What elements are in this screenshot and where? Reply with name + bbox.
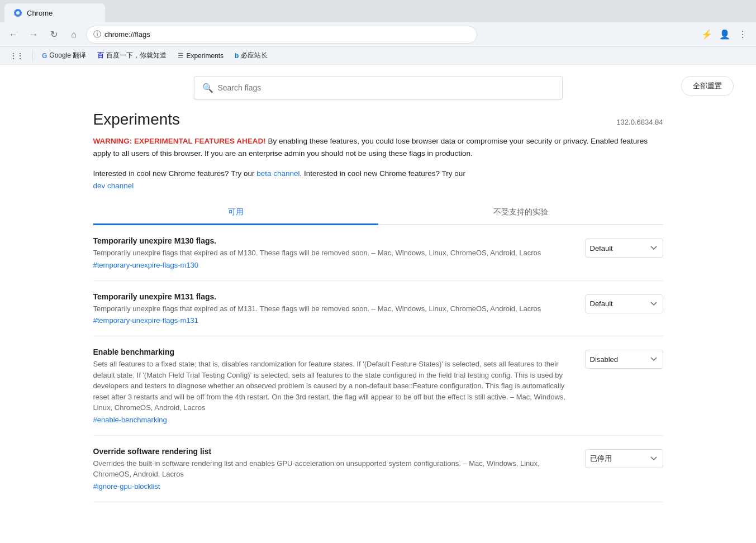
flag-control-gpu-blocklist: 默认 已启用 已停用	[585, 449, 663, 468]
google-translate-icon: G	[42, 52, 47, 60]
tab-available[interactable]: 可用	[93, 201, 378, 224]
channel-info: Interested in cool new Chrome features? …	[93, 168, 663, 192]
flag-item-gpu-blocklist: Override software rendering list Overrid…	[93, 436, 663, 502]
warning-text: WARNING: EXPERIMENTAL FEATURES AHEAD! By…	[93, 135, 663, 159]
flag-item-m131: Temporarily unexpire M131 flags. Tempora…	[93, 281, 663, 337]
flag-title-benchmarking: Enable benchmarking	[93, 347, 574, 356]
reset-all-button[interactable]: 全部重置	[681, 76, 734, 96]
flag-link-m130[interactable]: #temporary-unexpire-flags-m130	[93, 261, 199, 269]
flag-content-benchmarking: Enable benchmarking Sets all features to…	[93, 347, 574, 424]
search-box: 🔍	[194, 76, 563, 99]
warning-box: WARNING: EXPERIMENTAL FEATURES AHEAD! By…	[93, 135, 663, 192]
search-container: 🔍	[194, 76, 563, 99]
flag-title-m131: Temporarily unexpire M131 flags.	[93, 292, 574, 301]
beta-channel-link[interactable]: beta channel	[256, 169, 299, 178]
flag-select-benchmarking[interactable]: Default Enabled Disabled	[585, 350, 663, 369]
chrome-tab-icon	[13, 8, 22, 17]
warning-prefix: WARNING: EXPERIMENTAL FEATURES AHEAD!	[93, 137, 266, 145]
tabs-row: 可用 不受支持的实验	[93, 201, 663, 225]
flag-link-m131[interactable]: #temporary-unexpire-flags-m131	[93, 316, 199, 325]
active-tab[interactable]: Chrome	[4, 3, 105, 22]
flag-link-gpu-blocklist[interactable]: #ignore-gpu-blocklist	[93, 482, 160, 490]
flag-title-m130: Temporarily unexpire M130 flags.	[93, 236, 574, 245]
bookmark-baidu[interactable]: 百 百度一下，你就知道	[93, 49, 171, 62]
browser-toolbar: ← → ↻ ⌂ ⓘ chrome://flags ⚡ 👤 ⋮	[0, 22, 756, 47]
flags-header: 🔍 全部重置	[0, 65, 756, 105]
channel-text-2: . Interested in cool new Chrome features…	[299, 169, 465, 178]
page-title: Experiments	[93, 111, 180, 128]
version-number: 132.0.6834.84	[616, 118, 663, 126]
search-icon: 🔍	[202, 83, 213, 93]
bookmarks-divider	[32, 50, 33, 61]
bookmarks-bar: ⋮⋮ G Google 翻译 百 百度一下，你就知道 ☰ Experiments…	[0, 47, 756, 65]
forward-button[interactable]: →	[26, 27, 41, 42]
dev-channel-link[interactable]: dev channel	[93, 182, 134, 190]
flag-select-m130[interactable]: Default Enabled Disabled	[585, 239, 663, 258]
address-bar[interactable]: ⓘ chrome://flags	[86, 26, 477, 44]
back-button[interactable]: ←	[6, 27, 21, 42]
browser-chrome: Chrome ← → ↻ ⌂ ⓘ chrome://flags ⚡ 👤 ⋮ ⋮⋮…	[0, 0, 756, 65]
bookmark-experiments[interactable]: ☰ Experiments	[173, 50, 228, 61]
experiments-bm-icon: ☰	[178, 52, 184, 60]
address-text: chrome://flags	[104, 30, 150, 39]
menu-button[interactable]: ⋮	[735, 27, 750, 42]
flag-content-m131: Temporarily unexpire M131 flags. Tempora…	[93, 292, 574, 325]
flag-description-m131: Temporarily unexpire flags that expired …	[93, 303, 574, 315]
flag-select-gpu-blocklist[interactable]: 默认 已启用 已停用	[585, 449, 663, 468]
page-content: 🔍 全部重置 Experiments 132.0.6834.84 WARNING…	[0, 65, 756, 543]
flag-select-m131[interactable]: Default Enabled Disabled	[585, 294, 663, 313]
flag-title-gpu-blocklist: Override software rendering list	[93, 447, 574, 456]
bookmark-bing-webmaster[interactable]: b 必应站长	[230, 49, 272, 62]
flag-content-m130: Temporarily unexpire M130 flags. Tempora…	[93, 236, 574, 269]
tab-unavailable[interactable]: 不受支持的实验	[378, 201, 663, 224]
flag-item-m130: Temporarily unexpire M130 flags. Tempora…	[93, 225, 663, 281]
flag-description-gpu-blocklist: Overrides the built-in software renderin…	[93, 458, 574, 480]
bing-icon: b	[235, 52, 239, 60]
tab-label: Chrome	[27, 9, 53, 17]
toolbar-actions: ⚡ 👤 ⋮	[699, 27, 750, 42]
experiments-container: Experiments 132.0.6834.84 WARNING: EXPER…	[71, 105, 686, 525]
lock-icon: ⓘ	[93, 30, 101, 40]
svg-point-1	[16, 11, 20, 15]
bookmark-google-translate[interactable]: G Google 翻译	[37, 49, 91, 62]
home-button[interactable]: ⌂	[66, 27, 82, 42]
flag-control-benchmarking: Default Enabled Disabled	[585, 350, 663, 369]
flag-description-m130: Temporarily unexpire flags that expired …	[93, 247, 574, 259]
baidu-icon: 百	[97, 51, 104, 60]
flags-list: Temporarily unexpire M130 flags. Tempora…	[93, 225, 663, 502]
extensions-button[interactable]: ⚡	[699, 27, 715, 42]
refresh-button[interactable]: ↻	[46, 27, 61, 42]
flag-content-gpu-blocklist: Override software rendering list Overrid…	[93, 447, 574, 490]
experiments-title-row: Experiments 132.0.6834.84	[93, 111, 663, 128]
channel-text-1: Interested in cool new Chrome features? …	[93, 169, 257, 178]
profile-button[interactable]: 👤	[717, 27, 733, 42]
apps-button[interactable]: ⋮⋮	[6, 50, 28, 61]
flag-control-m130: Default Enabled Disabled	[585, 239, 663, 258]
flag-description-benchmarking: Sets all features to a fixed state; that…	[93, 359, 574, 413]
flag-item-benchmarking: Enable benchmarking Sets all features to…	[93, 336, 663, 436]
flag-control-m131: Default Enabled Disabled	[585, 294, 663, 313]
search-input[interactable]	[218, 83, 554, 92]
flag-link-benchmarking[interactable]: #enable-benchmarking	[93, 416, 167, 424]
tab-bar: Chrome	[0, 0, 756, 22]
